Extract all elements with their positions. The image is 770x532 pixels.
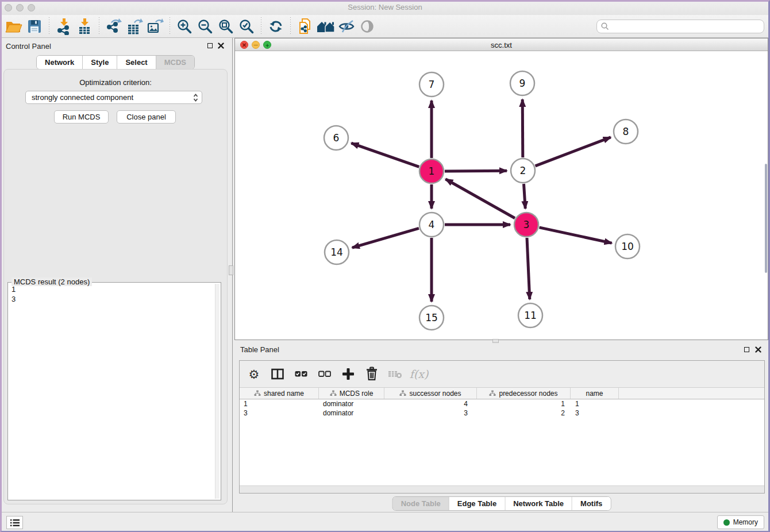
- search-field[interactable]: [596, 20, 764, 33]
- show-all-button[interactable]: [357, 17, 378, 36]
- export-network-button[interactable]: [103, 17, 124, 36]
- hierarchy-icon: [399, 390, 406, 396]
- refresh-icon: [268, 18, 284, 34]
- node-14[interactable]: 14: [325, 240, 349, 264]
- tab-mcds[interactable]: MCDS: [156, 56, 194, 69]
- close-panel-button[interactable]: Close panel: [117, 110, 176, 124]
- task-list-icon: [10, 519, 20, 527]
- edge-4-14[interactable]: [352, 228, 419, 248]
- table-row[interactable]: 3 dominator 3 2 3: [240, 409, 764, 418]
- column-settings-button[interactable]: ⚙: [247, 367, 261, 381]
- node-7[interactable]: 7: [419, 72, 444, 97]
- node-15[interactable]: 15: [419, 306, 444, 330]
- memory-label: Memory: [733, 518, 758, 526]
- run-mcds-button[interactable]: Run MCDS: [54, 110, 109, 124]
- table-horizontal-scrollbar[interactable]: [240, 485, 764, 493]
- split-panel-button[interactable]: [270, 367, 285, 381]
- node-8[interactable]: 8: [614, 119, 638, 144]
- show-task-history-button[interactable]: [6, 516, 23, 529]
- column-header-mcds-role[interactable]: MCDS role: [319, 388, 384, 399]
- node-10[interactable]: 10: [615, 234, 640, 259]
- clone-network-button[interactable]: [295, 17, 315, 36]
- tab-node-table[interactable]: Node Table: [393, 497, 449, 510]
- tab-motifs[interactable]: Motifs: [572, 497, 610, 510]
- edge-3-1[interactable]: [445, 179, 515, 218]
- edge-2-3[interactable]: [524, 184, 526, 209]
- delete-column-button[interactable]: [364, 367, 379, 381]
- control-panel-tabs: Network Style Select MCDS: [36, 55, 195, 70]
- close-panel-icon[interactable]: [755, 346, 761, 353]
- save-session-button[interactable]: [24, 17, 45, 36]
- tab-network[interactable]: Network: [37, 56, 83, 69]
- vertical-splitter-grip[interactable]: [229, 265, 233, 275]
- deselect-all-button[interactable]: [317, 367, 332, 381]
- network-graph[interactable]: 7968124314101511: [235, 51, 768, 340]
- toolbar-separator: [261, 17, 261, 36]
- table-row[interactable]: 1 dominator 4 1 1: [240, 400, 764, 409]
- tab-select[interactable]: Select: [117, 56, 156, 69]
- mcds-result-box: MCDS result (2 nodes) 1 3: [7, 282, 221, 500]
- eye-slash-icon: [338, 18, 355, 34]
- edge-3-11[interactable]: [527, 238, 530, 299]
- hide-selected-button[interactable]: [336, 17, 357, 36]
- svg-text:15: 15: [425, 312, 438, 323]
- split-panel-icon: [271, 367, 284, 381]
- plus-icon: [341, 367, 355, 381]
- import-table-button[interactable]: [74, 17, 95, 36]
- node-6[interactable]: 6: [324, 126, 348, 150]
- network-canvas[interactable]: 7968124314101511: [235, 51, 768, 340]
- optimization-criterion-select[interactable]: strongly connected component: [25, 91, 202, 104]
- tab-network-table[interactable]: Network Table: [505, 497, 572, 510]
- node-1[interactable]: 1: [419, 159, 444, 183]
- open-session-button[interactable]: [3, 17, 24, 36]
- edge-3-10[interactable]: [540, 228, 612, 243]
- float-panel-icon[interactable]: [744, 347, 749, 352]
- reset-home-button[interactable]: [315, 17, 336, 36]
- memory-button[interactable]: Memory: [717, 515, 764, 529]
- refresh-layout-button[interactable]: [265, 17, 286, 36]
- close-panel-icon[interactable]: [218, 43, 224, 49]
- zoom-out-button[interactable]: [195, 17, 215, 36]
- zoom-selected-icon: [238, 18, 255, 34]
- zoom-selected-button[interactable]: [236, 17, 257, 36]
- tab-edge-table[interactable]: Edge Table: [449, 497, 505, 510]
- edge-2-8[interactable]: [536, 137, 611, 166]
- trash-icon: [365, 367, 379, 381]
- column-header-shared-name[interactable]: shared name: [240, 388, 319, 399]
- result-line: 3: [11, 294, 214, 304]
- eye-disabled-icon: [360, 19, 375, 34]
- column-header-name[interactable]: name: [571, 388, 619, 399]
- import-network-button[interactable]: [53, 17, 74, 36]
- export-image-button[interactable]: [145, 17, 165, 36]
- node-11[interactable]: 11: [518, 303, 542, 327]
- node-3[interactable]: 3: [514, 213, 538, 237]
- tab-style[interactable]: Style: [83, 56, 117, 69]
- zoom-in-button[interactable]: [174, 17, 195, 36]
- column-header-predecessor-nodes[interactable]: predecessor nodes: [477, 388, 571, 399]
- result-scrollbar[interactable]: [215, 284, 220, 499]
- svg-text:9: 9: [519, 78, 526, 89]
- edge-2-9[interactable]: [522, 99, 523, 157]
- export-table-button[interactable]: [124, 17, 145, 36]
- edge-1-6[interactable]: [351, 143, 419, 167]
- node-table-container: ⚙: [239, 360, 765, 494]
- node-9[interactable]: 9: [510, 71, 534, 95]
- checked-boxes-icon: [294, 367, 308, 381]
- svg-text:7: 7: [429, 79, 435, 90]
- edge-1-2[interactable]: [445, 171, 507, 171]
- svg-text:14: 14: [330, 246, 343, 258]
- horizontal-splitter-grip[interactable]: [492, 339, 499, 343]
- hierarchy-icon: [489, 390, 496, 396]
- add-column-button[interactable]: [341, 367, 356, 381]
- window-title: Session: New Session: [0, 3, 770, 11]
- select-all-button[interactable]: [294, 367, 309, 381]
- network-window-titlebar[interactable]: ✕ ─ ＋ scc.txt: [235, 38, 768, 51]
- mcds-result-text[interactable]: 1 3: [11, 284, 214, 498]
- search-input[interactable]: [610, 22, 760, 30]
- column-header-successor-nodes[interactable]: successor nodes: [384, 388, 477, 399]
- node-2[interactable]: 2: [511, 159, 535, 183]
- float-panel-icon[interactable]: [207, 43, 213, 48]
- node-4[interactable]: 4: [419, 213, 444, 237]
- network-vertical-scrollbar[interactable]: [765, 164, 767, 273]
- zoom-fit-button[interactable]: [215, 17, 236, 36]
